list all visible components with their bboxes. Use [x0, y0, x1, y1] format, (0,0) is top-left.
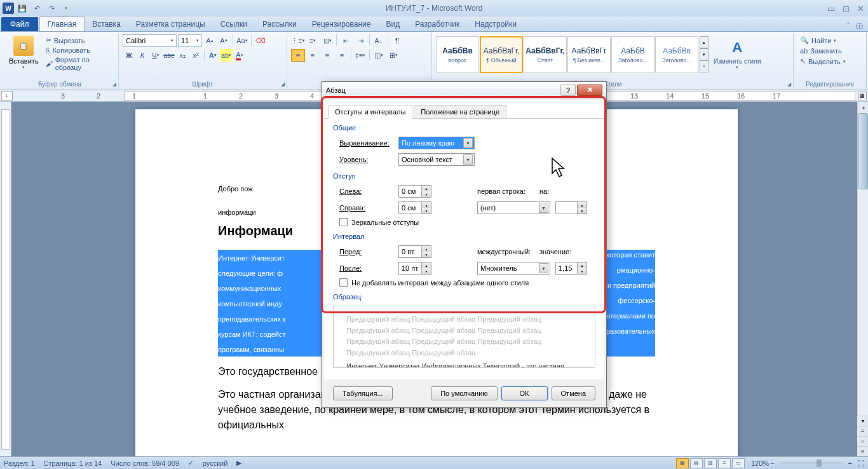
status-macro-icon[interactable]: ▶ [236, 459, 241, 467]
print-layout-view-icon[interactable]: ▦ [676, 458, 689, 468]
redo-icon[interactable]: ↷ [45, 2, 58, 15]
tab-home[interactable]: Главная [39, 17, 85, 31]
borders-icon[interactable]: ⊞▾ [386, 49, 400, 62]
font-name-combo[interactable]: Calibri▾ [123, 34, 177, 47]
underline-icon[interactable]: Ч▾ [149, 49, 162, 62]
vertical-ruler[interactable] [0, 102, 11, 456]
browse-object-icon[interactable]: ○ [857, 436, 868, 446]
qat-customize-icon[interactable]: ▾ [60, 2, 72, 15]
outline-view-icon[interactable]: ≡ [718, 458, 731, 468]
word-icon[interactable]: W [3, 3, 14, 14]
increase-indent-icon[interactable]: ⇥ [353, 34, 367, 47]
indent-right-spinner[interactable]: 0 см▲▼ [398, 201, 431, 214]
dialog-tab-pagination[interactable]: Положение на странице [414, 105, 506, 119]
zoom-value[interactable]: 120% [751, 459, 769, 467]
change-styles-button[interactable]: AИзменить стили▾ [709, 36, 766, 71]
zoom-slider[interactable] [780, 462, 843, 465]
style-item[interactable]: АаБбВвГг,Ответ [524, 36, 567, 73]
strikethrough-icon[interactable]: abc [163, 49, 175, 62]
status-page[interactable]: Страница: 1 из 14 [44, 459, 102, 467]
clear-formatting-icon[interactable]: ⌫ [254, 34, 267, 47]
style-item[interactable]: АаБбВвГг¶ Без инте... [567, 36, 611, 73]
styles-expand-icon[interactable]: ◢ [787, 81, 791, 87]
zoom-out-icon[interactable]: − [770, 459, 774, 467]
decrease-indent-icon[interactable]: ⇤ [339, 34, 353, 47]
status-spellcheck-icon[interactable]: ✓ [188, 459, 194, 467]
first-line-combo[interactable]: (нет)▼ [477, 201, 550, 214]
line-spacing-icon[interactable]: ‡≡▾ [353, 49, 367, 62]
spacing-before-spinner[interactable]: 0 пт▲▼ [398, 245, 431, 258]
style-item[interactable]: АаБбВвЗаголово... [655, 36, 698, 73]
dialog-close-icon[interactable]: ✕ [577, 85, 602, 96]
minimize-icon[interactable]: ▭ [827, 4, 835, 13]
bold-icon[interactable]: Ж [123, 49, 135, 62]
numbering-icon[interactable]: ≡▾ [306, 34, 320, 47]
ok-button[interactable]: ОК [501, 386, 548, 400]
close-icon[interactable]: ✕ [857, 4, 864, 13]
dialog-tab-indents[interactable]: Отступы и интервалы [328, 105, 412, 119]
superscript-icon[interactable]: x² [189, 49, 202, 62]
status-words[interactable]: Число слов: 59/4 069 [111, 459, 179, 467]
dialog-titlebar[interactable]: Абзац ? ✕ [322, 82, 606, 99]
align-center-icon[interactable]: ≡ [306, 49, 320, 62]
align-left-icon[interactable]: ≡ [291, 49, 305, 62]
line-spacing-combo[interactable]: Множитель▼ [477, 262, 550, 275]
select-button[interactable]: ↖Выделить▾ [797, 56, 862, 67]
tab-layout[interactable]: Разметка страницы [128, 17, 213, 31]
find-button[interactable]: 🔍Найти▾ [797, 35, 862, 46]
show-marks-icon[interactable]: ¶ [390, 34, 404, 47]
ruler-toggle-icon[interactable]: ▦ [858, 92, 867, 100]
default-button[interactable]: По умолчанию [431, 386, 497, 400]
style-item[interactable]: АаБбВЗаголово... [611, 36, 654, 73]
text-effects-icon[interactable]: A▾ [207, 49, 219, 62]
scroll-up-icon[interactable]: ▴ [858, 102, 868, 112]
save-icon[interactable]: 💾 [16, 2, 29, 15]
line-spacing-at-spinner[interactable]: 1,15▲▼ [555, 262, 587, 275]
sort-icon[interactable]: A↓ [372, 34, 386, 47]
font-expand-icon[interactable]: ◢ [281, 81, 285, 87]
grow-font-icon[interactable]: A▴ [203, 34, 216, 47]
clipboard-expand-icon[interactable]: ◢ [112, 81, 116, 87]
no-space-checkbox[interactable] [339, 278, 348, 287]
align-right-icon[interactable]: ≡ [320, 49, 334, 62]
tab-view[interactable]: Вид [378, 17, 407, 31]
justify-icon[interactable]: ≡ [335, 49, 349, 62]
maximize-icon[interactable]: ⊡ [843, 4, 850, 13]
multilevel-icon[interactable]: ⊟▾ [320, 34, 334, 47]
tab-developer[interactable]: Разработчик [407, 17, 467, 31]
mirror-indents-checkbox[interactable] [339, 218, 348, 226]
shading-icon[interactable]: ◫▾ [372, 49, 386, 62]
shrink-font-icon[interactable]: A▾ [217, 34, 230, 47]
alignment-combo[interactable]: По левому краю▼ [398, 137, 475, 149]
style-item[interactable]: АаБбВввопрос [436, 36, 479, 73]
indent-left-spinner[interactable]: 0 см▲▼ [398, 185, 431, 198]
tab-review[interactable]: Рецензирование [304, 17, 379, 31]
vertical-scrollbar[interactable]: ▴ ▾ ≡ ○ ≡ [857, 102, 868, 456]
help-icon[interactable]: ⓘ [856, 22, 863, 31]
level-combo[interactable]: Основной текст▼ [398, 153, 475, 166]
copy-button[interactable]: ⎘Копировать [44, 46, 113, 55]
font-color-icon[interactable]: A▾ [233, 49, 246, 62]
draft-view-icon[interactable]: ▭ [732, 458, 745, 468]
italic-icon[interactable]: К [136, 49, 149, 62]
tab-file[interactable]: Файл [1, 17, 38, 31]
tab-insert[interactable]: Вставка [85, 17, 128, 31]
format-painter-button[interactable]: 🖌Формат по образцу [44, 55, 113, 72]
status-section[interactable]: Раздел: 1 [4, 459, 35, 467]
tab-addins[interactable]: Надстройки [467, 17, 524, 31]
font-size-combo[interactable]: 11▾ [178, 34, 202, 47]
bullets-icon[interactable]: ⋮≡▾ [291, 34, 305, 47]
next-page-icon[interactable]: ≡ [857, 446, 868, 456]
style-scroll[interactable]: ▴▾≡ [700, 36, 709, 72]
ribbon-minimize-icon[interactable]: ˆ [847, 22, 850, 31]
tab-selector[interactable]: L [1, 91, 13, 101]
cancel-button[interactable]: Отмена [552, 386, 595, 400]
reading-view-icon[interactable]: ▤ [690, 458, 703, 468]
status-language[interactable]: русский [203, 459, 227, 467]
spacing-after-spinner[interactable]: 10 пт▲▼ [398, 262, 431, 275]
first-line-by-spinner[interactable]: ▲▼ [555, 201, 587, 214]
tab-references[interactable]: Ссылки [213, 17, 255, 31]
scroll-down-icon[interactable]: ▾ [857, 416, 868, 426]
zoom-in-icon[interactable]: + [848, 459, 852, 467]
replace-button[interactable]: abЗаменить [797, 46, 862, 56]
